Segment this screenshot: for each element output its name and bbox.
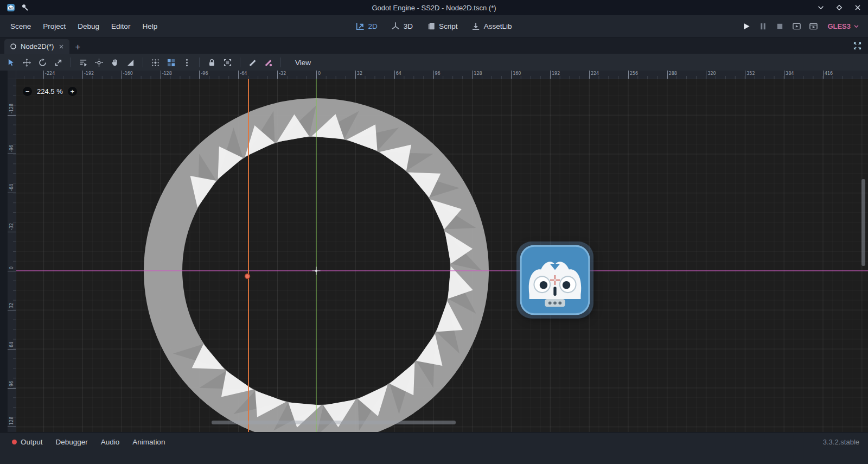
ruler-tick	[823, 71, 824, 79]
titlebar: Godot Engine - SS2D - Node2D.tscn (*)	[0, 0, 868, 15]
panel-label: Debugger	[56, 438, 88, 446]
zoom-controls: − 224.5 % +	[23, 87, 77, 96]
tool-select-button[interactable]	[3, 55, 19, 69]
menu-help[interactable]: Help	[136, 18, 163, 34]
tool-list-select-button[interactable]	[75, 55, 91, 69]
ruler-tick-label: -32	[9, 223, 14, 230]
ruler-tick	[706, 71, 706, 79]
tool-smart-snap-button[interactable]	[148, 55, 163, 69]
window-maximize-button[interactable]	[835, 4, 843, 11]
tool-snap-options-button[interactable]	[179, 55, 195, 69]
ruler-tick-label: 128	[474, 71, 482, 76]
godot-icon-sprite[interactable]	[519, 244, 591, 316]
ruler-tick	[8, 154, 16, 154]
ruler-tick-label: 64	[396, 71, 401, 76]
scene-tab-label: Node2D(*)	[21, 42, 54, 50]
stop-button[interactable]	[776, 22, 784, 30]
distraction-free-button[interactable]	[853, 42, 861, 50]
play-scene-button[interactable]	[793, 22, 801, 30]
chevron-down-icon	[853, 23, 859, 29]
workspace-switcher: 2D3DScriptAssetLib	[351, 20, 518, 33]
menu-debug[interactable]: Debug	[72, 18, 105, 34]
play-custom-scene-button[interactable]	[809, 22, 818, 30]
ruler-tick-label: 32	[9, 303, 14, 308]
ruler-corner	[8, 71, 16, 79]
ruler-tick-label: 384	[786, 71, 794, 76]
ruler-tick	[122, 71, 122, 79]
toolbar-separator	[280, 58, 281, 67]
ruler-tick	[8, 115, 16, 116]
tool-grid-snap-button[interactable]	[163, 55, 179, 69]
lock-icon	[208, 59, 216, 67]
assetlib-icon	[472, 22, 480, 30]
bottom-panel-output-button[interactable]: Output	[5, 436, 49, 448]
ruler-tick	[511, 71, 512, 79]
control-point-handle[interactable]	[245, 274, 250, 279]
bottom-panel-audio-button[interactable]: Audio	[94, 436, 126, 448]
view-menu-button[interactable]: View	[290, 56, 316, 69]
ruler-left[interactable]: -128-96-64-320326496128	[8, 79, 16, 432]
menu-editor[interactable]: Editor	[105, 18, 136, 34]
tool-move-button[interactable]	[19, 55, 35, 69]
bottom-panel-bar: OutputDebuggerAudioAnimation 3.3.2.stabl…	[0, 432, 868, 464]
window-shade-button[interactable]	[817, 4, 825, 11]
tool-scale-button[interactable]	[50, 55, 66, 69]
grid-snap-icon	[167, 59, 175, 67]
scale-icon	[54, 59, 62, 67]
select-icon	[7, 59, 15, 67]
menubar: SceneProjectDebugEditorHelp 2D3DScriptAs…	[0, 15, 868, 37]
menu-project[interactable]: Project	[37, 18, 72, 34]
workspace-2d-button[interactable]: 2D	[351, 20, 383, 33]
ruler-tick	[628, 71, 629, 79]
pan-icon	[111, 59, 119, 67]
renderer-label: GLES3	[827, 22, 851, 30]
tool-ruler-button[interactable]	[123, 55, 138, 69]
tool-move-pivot-button[interactable]	[91, 55, 107, 69]
tool-lock-button[interactable]	[204, 55, 220, 69]
bottom-panel-animation-button[interactable]: Animation	[126, 436, 171, 448]
renderer-select[interactable]: GLES3	[827, 22, 864, 30]
menu-scene[interactable]: Scene	[4, 18, 37, 34]
close-tab-icon[interactable]	[59, 44, 64, 49]
workspace-assetlib-button[interactable]: AssetLib	[467, 20, 518, 33]
ruler-tick	[8, 349, 16, 349]
workspace-3d-button[interactable]: 3D	[386, 20, 418, 33]
tool-skeleton-options-button[interactable]	[260, 55, 276, 69]
toolbar-separator	[71, 58, 71, 67]
version-label: 3.3.2.stable	[823, 436, 859, 446]
node2d-icon	[10, 43, 17, 50]
group-icon	[224, 59, 232, 67]
ruler-tick-label: -64	[9, 184, 14, 191]
ruler-tick-label: -96	[201, 71, 208, 76]
add-scene-tab-button[interactable]: +	[75, 42, 80, 52]
tool-pan-button[interactable]	[107, 55, 123, 69]
tool-skeleton-button[interactable]	[245, 55, 260, 69]
ruler-tick	[161, 71, 161, 79]
play-button[interactable]	[742, 22, 750, 30]
tool-rotate-button[interactable]	[35, 55, 50, 69]
tool-group-button[interactable]	[220, 55, 235, 69]
scene-tab-node2d[interactable]: Node2D(*)	[4, 39, 69, 54]
ruler-top[interactable]: -224-192-160-128-96-64-32032649612816019…	[16, 71, 868, 79]
ruler-tick-label: -160	[123, 71, 133, 76]
vertical-scrollbar[interactable]	[861, 179, 865, 266]
ruler-tick-label: -96	[9, 145, 14, 152]
bottom-panel-debugger-button[interactable]: Debugger	[49, 436, 94, 448]
snap-options-icon	[183, 59, 191, 67]
workspace-script-button[interactable]: Script	[422, 20, 463, 33]
zoom-level[interactable]: 224.5 %	[37, 87, 63, 96]
window-close-button[interactable]	[854, 4, 861, 11]
pause-button[interactable]	[759, 22, 767, 30]
ruler-tick-label: -64	[240, 71, 247, 76]
workspace-label: 3D	[404, 22, 413, 30]
ruler-tick-label: 320	[707, 71, 716, 76]
pin-icon[interactable]	[21, 3, 29, 12]
viewport[interactable]: − 224.5 % +	[16, 79, 868, 432]
zoom-out-button[interactable]: −	[23, 87, 32, 96]
menu-list: SceneProjectDebugEditorHelp	[4, 18, 163, 34]
horizontal-scrollbar[interactable]	[212, 421, 456, 424]
zoom-in-button[interactable]: +	[68, 87, 77, 96]
ruler-tick-label: 288	[669, 71, 677, 76]
sprite-origin-gizmo[interactable]	[549, 274, 561, 286]
ruler-tick	[589, 71, 590, 79]
